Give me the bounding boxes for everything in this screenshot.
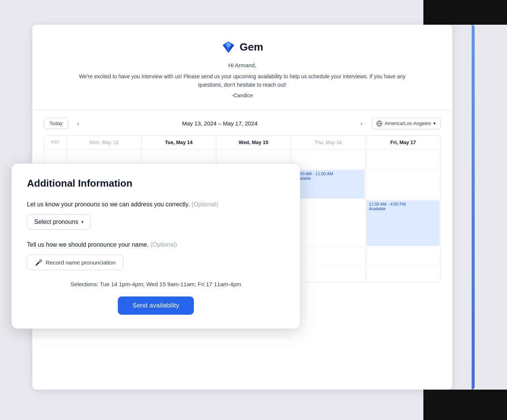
pronouns-field-label: Let us know your pronouns so we can addr… <box>27 200 285 209</box>
timezone-label: America/Los Angeles <box>385 120 431 126</box>
pronouns-dropdown-label: Select pronouns <box>34 219 78 225</box>
gem-logo-icon <box>221 40 236 54</box>
record-button-label: Record name pronunciation <box>46 259 116 266</box>
email-header: Gem Hi Armand, We're excited to have you… <box>32 25 452 110</box>
calendar-day-header-4: Fri, May 17 <box>366 136 440 149</box>
browser-chrome-top <box>423 0 507 25</box>
thu-availability-block: 10:00 AM - 11:00 AM Available <box>292 170 365 198</box>
timezone-dropdown-arrow: ▾ <box>433 120 436 126</box>
cal-cell-fri-2[interactable] <box>366 169 440 199</box>
send-availability-button[interactable]: Send availability <box>118 296 194 315</box>
greeting-text: Hi Armand, <box>78 62 407 68</box>
pronouns-dropdown-arrow-icon: ▾ <box>81 219 84 225</box>
fri-availability-block: 11:00 AM - 4:00 PM Available <box>366 200 440 246</box>
additional-info-modal: Additional Information Let us know your … <box>11 163 300 329</box>
prev-arrow-icon[interactable]: ‹ <box>73 118 84 129</box>
logo-name: Gem <box>239 41 263 53</box>
email-signature: -Candice <box>78 92 407 98</box>
pronouns-dropdown[interactable]: Select pronouns ▾ <box>27 214 91 230</box>
calendar-day-header-2: Wed, May 15 <box>216 136 291 149</box>
next-arrow-icon[interactable]: › <box>356 118 367 129</box>
timezone-selector[interactable]: America/Los Angeles ▾ <box>371 118 441 129</box>
pst-label: PST <box>44 136 67 149</box>
cal-cell-fri-1[interactable] <box>366 149 440 169</box>
fri-availability-time: 11:00 AM - 4:00 PM <box>369 202 437 206</box>
pronunciation-label-text: Tell us how we should pronounce your nam… <box>27 241 151 248</box>
calendar-day-header-0: Mon, May 13 <box>67 136 142 149</box>
blue-accent <box>472 25 475 390</box>
pronunciation-field-label: Tell us how we should pronounce your nam… <box>27 240 285 249</box>
globe-icon <box>376 120 382 127</box>
modal-title: Additional Information <box>27 178 285 189</box>
pronouns-optional-text: (Optional) <box>192 201 218 208</box>
logo-area: Gem <box>78 40 407 54</box>
browser-chrome-bottom <box>423 390 507 420</box>
calendar-day-header-1: Tue, May 14 <box>142 136 217 149</box>
cal-cell-fri-4[interactable] <box>366 247 440 266</box>
thu-availability-time: 10:00 AM - 11:00 AM <box>294 171 363 176</box>
fri-availability-status: Available <box>369 206 437 211</box>
calendar-day-header-3: Thu, May 16 <box>291 136 366 149</box>
calendar-toolbar: Today ‹ May 13, 2024 – May 17, 2024 › Am… <box>44 118 441 129</box>
email-body: We're excited to have you interview with… <box>78 72 407 89</box>
pronouns-label-text: Let us know your pronouns so we can addr… <box>27 201 192 208</box>
cal-cell-thu-2[interactable]: 10:00 AM - 11:00 AM Available <box>291 169 366 199</box>
selections-summary: Selections: Tue 14 1pm-4pm; Wed 15 9am-1… <box>27 281 285 287</box>
cal-cell-fri-5[interactable] <box>366 267 440 282</box>
cal-cell-thu-3[interactable] <box>291 200 366 247</box>
today-button[interactable]: Today <box>44 118 68 129</box>
thu-availability-status: Available <box>294 176 363 181</box>
cal-cell-thu-4[interactable] <box>291 247 366 266</box>
microphone-icon: 🎤 <box>35 259 43 266</box>
record-pronunciation-button[interactable]: 🎤 Record name pronunciation <box>27 255 124 270</box>
calendar-header-row: PST Mon, May 13 Tue, May 14 Wed, May 15 … <box>44 136 440 149</box>
cal-cell-fri-3[interactable]: 11:00 AM - 4:00 PM Available <box>366 200 440 247</box>
cal-cell-thu-5[interactable] <box>291 267 366 282</box>
date-range-label: May 13, 2024 – May 17, 2024 <box>88 120 352 127</box>
cal-cell-thu-1[interactable] <box>291 149 366 169</box>
pronunciation-optional-text: (Optional) <box>151 241 177 248</box>
